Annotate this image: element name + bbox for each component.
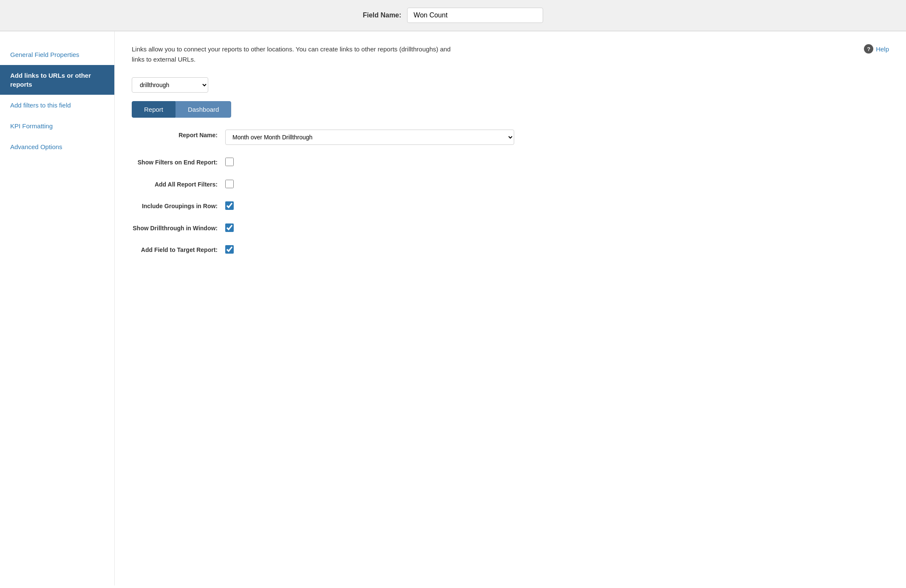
include-groupings-label: Include Groupings in Row: xyxy=(132,201,225,211)
form-section: Report Name: Month over Month Drillthrou… xyxy=(132,130,514,254)
show-filters-control xyxy=(225,157,514,166)
report-name-control: Month over Month Drillthrough Sales Repo… xyxy=(225,130,514,145)
sidebar-item-filters[interactable]: Add filters to this field xyxy=(0,95,114,116)
drillthrough-select[interactable]: drillthrough external URL xyxy=(132,77,208,93)
report-name-select[interactable]: Month over Month Drillthrough Sales Repo… xyxy=(225,130,514,145)
field-name-input[interactable] xyxy=(407,8,543,23)
tabs-row: Report Dashboard xyxy=(132,101,889,118)
content-area: ? Help Links allow you to connect your r… xyxy=(115,31,906,585)
form-row-include-groupings: Include Groupings in Row: xyxy=(132,201,514,211)
help-icon: ? xyxy=(864,44,873,54)
header-bar: Field Name: xyxy=(0,0,906,31)
sidebar-item-kpi[interactable]: KPI Formatting xyxy=(0,116,114,136)
help-link[interactable]: ? Help xyxy=(864,44,889,54)
show-filters-checkbox[interactable] xyxy=(225,158,234,166)
add-all-filters-checkbox[interactable] xyxy=(225,180,234,188)
help-label: Help xyxy=(876,45,889,53)
sidebar-item-links[interactable]: Add links to URLs or other reports xyxy=(0,65,114,95)
report-name-label: Report Name: xyxy=(132,130,225,140)
description-text: Links allow you to connect your reports … xyxy=(132,44,463,65)
add-all-filters-label: Add All Report Filters: xyxy=(132,179,225,189)
sidebar-item-advanced[interactable]: Advanced Options xyxy=(0,136,114,157)
field-name-label: Field Name: xyxy=(363,11,402,19)
drillthrough-row: drillthrough external URL xyxy=(132,77,889,93)
form-row-show-drillthrough: Show Drillthrough in Window: xyxy=(132,223,514,233)
form-row-add-all-filters: Add All Report Filters: xyxy=(132,179,514,189)
add-field-control xyxy=(225,244,514,254)
include-groupings-checkbox[interactable] xyxy=(225,201,234,210)
add-field-label: Add Field to Target Report: xyxy=(132,244,225,254)
form-row-report-name: Report Name: Month over Month Drillthrou… xyxy=(132,130,514,145)
form-row-show-filters: Show Filters on End Report: xyxy=(132,157,514,167)
show-drillthrough-label: Show Drillthrough in Window: xyxy=(132,223,225,233)
main-layout: General Field Properties Add links to UR… xyxy=(0,31,906,585)
include-groupings-control xyxy=(225,201,514,210)
show-drillthrough-control xyxy=(225,223,514,232)
sidebar: General Field Properties Add links to UR… xyxy=(0,31,115,585)
show-drillthrough-checkbox[interactable] xyxy=(225,223,234,232)
tab-dashboard[interactable]: Dashboard xyxy=(176,101,231,118)
sidebar-item-general[interactable]: General Field Properties xyxy=(0,44,114,65)
add-field-checkbox[interactable] xyxy=(225,245,234,254)
tab-report[interactable]: Report xyxy=(132,101,176,118)
form-row-add-field: Add Field to Target Report: xyxy=(132,244,514,254)
add-all-filters-control xyxy=(225,179,514,188)
show-filters-label: Show Filters on End Report: xyxy=(132,157,225,167)
